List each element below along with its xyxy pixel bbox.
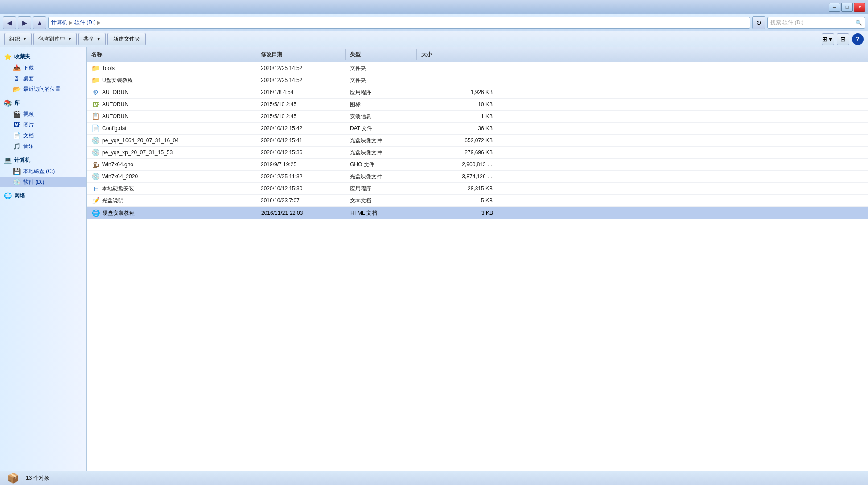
table-row[interactable]: 📝 光盘说明 2016/10/23 7:07 文本文档 5 KB — [87, 195, 868, 207]
close-button[interactable]: ✕ — [854, 3, 865, 12]
file-type: DAT 文件 — [350, 125, 372, 132]
file-size-cell: 5 KB — [417, 196, 497, 206]
file-size: 1 KB — [481, 113, 493, 119]
help-button[interactable]: ? — [852, 33, 864, 45]
file-name: Config.dat — [102, 125, 127, 132]
file-modified-cell: 2020/10/12 15:36 — [256, 148, 346, 157]
sidebar-item-desktop[interactable]: 🖥 桌面 — [0, 73, 86, 84]
share-dropdown-icon: ▼ — [97, 37, 101, 41]
sidebar-group-favorites[interactable]: ⭐ 收藏夹 — [0, 51, 86, 62]
file-type: HTML 文档 — [350, 210, 377, 217]
toolbar: 组织 ▼ 包含到库中 ▼ 共享 ▼ 新建文件夹 ⊞▼ ⊟ ? — [0, 31, 868, 47]
file-name: Win7x64.gho — [102, 161, 133, 168]
table-row[interactable]: 📁 U盘安装教程 2020/12/25 14:52 文件夹 — [87, 74, 868, 86]
refresh-button[interactable]: ↻ — [752, 16, 765, 29]
file-name-cell: 💿 pe_yqs_xp_20_07_31_15_53 — [87, 147, 256, 158]
file-modified-cell: 2015/5/10 2:45 — [256, 99, 346, 109]
breadcrumb-arrow: ▶ — [97, 20, 101, 25]
file-type: 图标 — [350, 101, 361, 108]
table-row[interactable]: ⚙ AUTORUN 2016/1/8 4:54 应用程序 1,926 KB — [87, 86, 868, 99]
search-bar[interactable]: 搜索 软件 (D:) 🔍 — [767, 17, 865, 29]
file-name: 光盘说明 — [102, 197, 123, 205]
file-name-cell: 🌐 硬盘安装教程 — [87, 207, 257, 219]
organize-button[interactable]: 组织 ▼ — [4, 33, 32, 45]
sidebar-item-downloads[interactable]: 📥 下载 — [0, 62, 86, 73]
column-type[interactable]: 类型 — [346, 49, 417, 60]
file-size-cell: 28,315 KB — [417, 184, 497, 193]
breadcrumb-computer[interactable]: 计算机 — [51, 19, 67, 26]
sidebar-item-label: 下载 — [23, 64, 34, 72]
file-type-cell: 文本文档 — [346, 195, 417, 206]
file-modified: 2016/10/23 7:07 — [261, 197, 300, 204]
file-type-cell: 文件夹 — [346, 63, 417, 74]
file-size-cell: 652,072 KB — [417, 136, 497, 145]
up-button[interactable]: ▲ — [33, 16, 46, 29]
column-modified[interactable]: 修改日期 — [256, 49, 346, 60]
file-modified: 2020/10/12 15:42 — [261, 125, 302, 132]
file-name: Tools — [102, 65, 115, 71]
file-type-icon: 🖼 — [91, 100, 99, 108]
table-row[interactable]: 🖼 AUTORUN 2015/5/10 2:45 图标 10 KB — [87, 99, 868, 111]
file-size-cell: 3 KB — [417, 208, 498, 218]
table-row[interactable]: 🌐 硬盘安装教程 2016/11/21 22:03 HTML 文档 3 KB — [87, 207, 868, 219]
file-name: Win7x64_2020 — [102, 173, 138, 180]
file-modified-cell: 2020/12/25 14:52 — [256, 63, 346, 73]
sidebar-group-computer[interactable]: 💻 计算机 — [0, 154, 86, 166]
network-icon: 🌐 — [4, 192, 12, 200]
file-name-cell: 📄 Config.dat — [87, 123, 256, 134]
table-row[interactable]: 🖥 本地硬盘安装 2020/10/12 15:30 应用程序 28,315 KB — [87, 183, 868, 195]
table-row[interactable]: 🗜 Win7x64.gho 2019/9/7 19:25 GHO 文件 2,90… — [87, 159, 868, 171]
address-bar: ◀ ▶ ▲ 计算机 ▶ 软件 (D:) ▶ ↻ 搜索 软件 (D:) 🔍 — [0, 14, 868, 31]
sidebar-item-video[interactable]: 🎬 视频 — [0, 109, 86, 119]
forward-button[interactable]: ▶ — [18, 16, 31, 29]
table-row[interactable]: 📋 AUTORUN 2015/5/10 2:45 安装信息 1 KB — [87, 111, 868, 123]
table-row[interactable]: 📄 Config.dat 2020/10/12 15:42 DAT 文件 36 … — [87, 123, 868, 135]
file-size-cell — [417, 66, 497, 70]
file-type: 安装信息 — [350, 113, 371, 120]
table-row[interactable]: 💿 pe_yqs_xp_20_07_31_15_53 2020/10/12 15… — [87, 147, 868, 159]
view-button[interactable]: ⊞▼ — [822, 33, 834, 45]
sidebar-item-drive-c[interactable]: 💾 本地磁盘 (C:) — [0, 166, 86, 177]
file-modified: 2020/12/25 11:32 — [261, 173, 302, 180]
column-name[interactable]: 名称 — [87, 49, 256, 60]
new-folder-label: 新建文件夹 — [113, 35, 140, 43]
sidebar-section-computer: 💻 计算机 💾 本地磁盘 (C:) 💿 软件 (D:) — [0, 154, 86, 187]
file-name: pe_yqs_1064_20_07_31_16_04 — [102, 137, 179, 144]
share-button[interactable]: 共享 ▼ — [78, 33, 106, 45]
sidebar-item-documents[interactable]: 📄 文档 — [0, 130, 86, 141]
include-library-label: 包含到库中 — [38, 35, 65, 43]
file-name-cell: 💿 Win7x64_2020 — [87, 171, 256, 182]
back-button[interactable]: ◀ — [3, 16, 16, 29]
view-icon: ⊞▼ — [822, 36, 834, 43]
include-library-button[interactable]: 包含到库中 ▼ — [33, 33, 77, 45]
column-size[interactable]: 大小 — [417, 49, 497, 60]
preview-button[interactable]: ⊟ — [837, 33, 849, 45]
sidebar-item-label: 文档 — [23, 132, 34, 140]
file-modified-cell: 2016/11/21 22:03 — [257, 208, 346, 218]
breadcrumb-drive[interactable]: 软件 (D:) — [74, 19, 95, 26]
file-size: 10 KB — [478, 101, 493, 107]
sidebar-group-network[interactable]: 🌐 网络 — [0, 190, 86, 201]
file-type-icon: 💿 — [91, 148, 99, 156]
table-row[interactable]: 📁 Tools 2020/12/25 14:52 文件夹 — [87, 62, 868, 74]
file-type-cell: 光盘映像文件 — [346, 171, 417, 182]
downloads-icon: 📥 — [12, 64, 21, 72]
file-modified-cell: 2020/12/25 11:32 — [256, 172, 346, 181]
sidebar-item-recent[interactable]: 📂 最近访问的位置 — [0, 84, 86, 95]
sidebar-group-library[interactable]: 📚 库 — [0, 97, 86, 109]
file-type-icon: 📄 — [91, 124, 99, 132]
table-row[interactable]: 💿 pe_yqs_1064_20_07_31_16_04 2020/10/12 … — [87, 135, 868, 147]
file-modified-cell: 2015/5/10 2:45 — [256, 111, 346, 121]
file-size-cell: 36 KB — [417, 123, 497, 133]
file-size-cell: 3,874,126 … — [417, 172, 497, 181]
file-type-cell: 安装信息 — [346, 111, 417, 122]
file-type-icon: 💿 — [91, 173, 99, 181]
sidebar-item-music[interactable]: 🎵 音乐 — [0, 141, 86, 152]
table-row[interactable]: 💿 Win7x64_2020 2020/12/25 11:32 光盘映像文件 3… — [87, 171, 868, 183]
sidebar-item-pictures[interactable]: 🖼 图片 — [0, 119, 86, 130]
sidebar-item-drive-d[interactable]: 💿 软件 (D:) — [0, 177, 86, 187]
maximize-button[interactable]: □ — [841, 3, 853, 12]
file-type: 应用程序 — [350, 89, 371, 96]
new-folder-button[interactable]: 新建文件夹 — [107, 33, 146, 45]
minimize-button[interactable]: ─ — [829, 3, 840, 12]
